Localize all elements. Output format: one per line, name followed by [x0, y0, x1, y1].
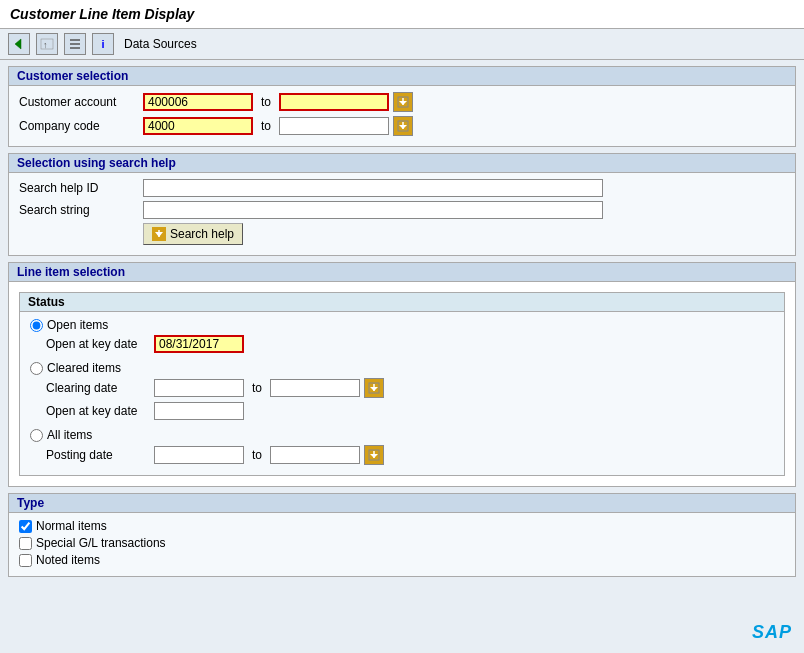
toolbar: ↑ i Data Sources: [0, 29, 804, 60]
tree-button[interactable]: [64, 33, 86, 55]
customer-selection-body: Customer account to Company code to: [9, 86, 795, 146]
search-help-id-label: Search help ID: [19, 181, 139, 195]
to-label-4: to: [252, 448, 262, 462]
open-at-key-date-label: Open at key date: [30, 337, 150, 351]
open-items-row: Open items: [30, 318, 774, 332]
all-items-row: All items: [30, 428, 774, 442]
normal-items-label: Normal items: [36, 519, 107, 533]
line-item-header: Line item selection: [9, 263, 795, 282]
sap-logo: SAP: [752, 622, 792, 643]
open-at-key-date2-label: Open at key date: [30, 404, 150, 418]
special-gl-row: Special G/L transactions: [19, 536, 785, 550]
search-help-body: Search help ID Search string Search help: [9, 173, 795, 255]
search-help-id-row: Search help ID: [19, 179, 785, 197]
clearing-date-input[interactable]: [154, 379, 244, 397]
line-item-body: Status Open items Open at key date: [9, 282, 795, 486]
search-help-button[interactable]: Search help: [143, 223, 243, 245]
customer-account-select-button[interactable]: [393, 92, 413, 112]
type-section: Type Normal items Special G/L transactio…: [8, 493, 796, 577]
all-items-label: All items: [47, 428, 92, 442]
datasources-label: Data Sources: [124, 37, 197, 51]
svg-text:↑: ↑: [43, 40, 48, 50]
search-help-id-input[interactable]: [143, 179, 603, 197]
type-body: Normal items Special G/L transactions No…: [9, 513, 795, 576]
open-at-key-date-row: Open at key date: [30, 335, 774, 353]
open-at-key-date2-input[interactable]: [154, 402, 244, 420]
noted-items-label: Noted items: [36, 553, 100, 567]
type-header: Type: [9, 494, 795, 513]
company-code-row: Company code to: [19, 116, 785, 136]
customer-selection-section: Customer selection Customer account to C…: [8, 66, 796, 147]
clearing-date-label: Clearing date: [30, 381, 150, 395]
cleared-items-radio[interactable]: [30, 362, 43, 375]
customer-account-row: Customer account to: [19, 92, 785, 112]
customer-selection-header: Customer selection: [9, 67, 795, 86]
special-gl-label: Special G/L transactions: [36, 536, 166, 550]
clearing-date-select-button[interactable]: [364, 378, 384, 398]
open-at-key-date2-row: Open at key date: [30, 402, 774, 420]
cleared-items-row: Cleared items: [30, 361, 774, 375]
company-code-input[interactable]: [143, 117, 253, 135]
special-gl-checkbox[interactable]: [19, 537, 32, 550]
page-title: Customer Line Item Display: [10, 6, 194, 22]
status-body: Open items Open at key date Cleared item…: [20, 312, 784, 475]
customer-account-label: Customer account: [19, 95, 139, 109]
normal-items-row: Normal items: [19, 519, 785, 533]
clearing-date-row: Clearing date to: [30, 378, 774, 398]
posting-date-input[interactable]: [154, 446, 244, 464]
line-item-section: Line item selection Status Open items Op…: [8, 262, 796, 487]
title-bar: Customer Line Item Display: [0, 0, 804, 29]
info-button[interactable]: i: [92, 33, 114, 55]
to-label-2: to: [261, 119, 271, 133]
all-items-radio[interactable]: [30, 429, 43, 442]
normal-items-checkbox[interactable]: [19, 520, 32, 533]
svg-marker-0: [15, 39, 21, 49]
open-items-label: Open items: [47, 318, 108, 332]
search-help-icon: [152, 227, 166, 241]
search-string-label: Search string: [19, 203, 139, 217]
search-help-section: Selection using search help Search help …: [8, 153, 796, 256]
search-string-input[interactable]: [143, 201, 603, 219]
to-label-3: to: [252, 381, 262, 395]
back-button[interactable]: [8, 33, 30, 55]
noted-items-row: Noted items: [19, 553, 785, 567]
posting-date-row: Posting date to: [30, 445, 774, 465]
search-help-button-row: Search help: [19, 223, 785, 245]
search-help-button-label: Search help: [170, 227, 234, 241]
clearing-date-to-input[interactable]: [270, 379, 360, 397]
posting-date-to-input[interactable]: [270, 446, 360, 464]
company-code-label: Company code: [19, 119, 139, 133]
customer-account-to-input[interactable]: [279, 93, 389, 111]
open-at-key-date-input[interactable]: [154, 335, 244, 353]
status-sub-section: Status Open items Open at key date: [19, 292, 785, 476]
company-code-select-button[interactable]: [393, 116, 413, 136]
to-label-1: to: [261, 95, 271, 109]
posting-date-select-button[interactable]: [364, 445, 384, 465]
noted-items-checkbox[interactable]: [19, 554, 32, 567]
forward-button[interactable]: ↑: [36, 33, 58, 55]
company-code-to-input[interactable]: [279, 117, 389, 135]
posting-date-label: Posting date: [30, 448, 150, 462]
cleared-items-label: Cleared items: [47, 361, 121, 375]
open-items-radio[interactable]: [30, 319, 43, 332]
search-help-header: Selection using search help: [9, 154, 795, 173]
status-header: Status: [20, 293, 784, 312]
customer-account-input[interactable]: [143, 93, 253, 111]
search-string-row: Search string: [19, 201, 785, 219]
main-content: Customer selection Customer account to C…: [0, 60, 804, 589]
